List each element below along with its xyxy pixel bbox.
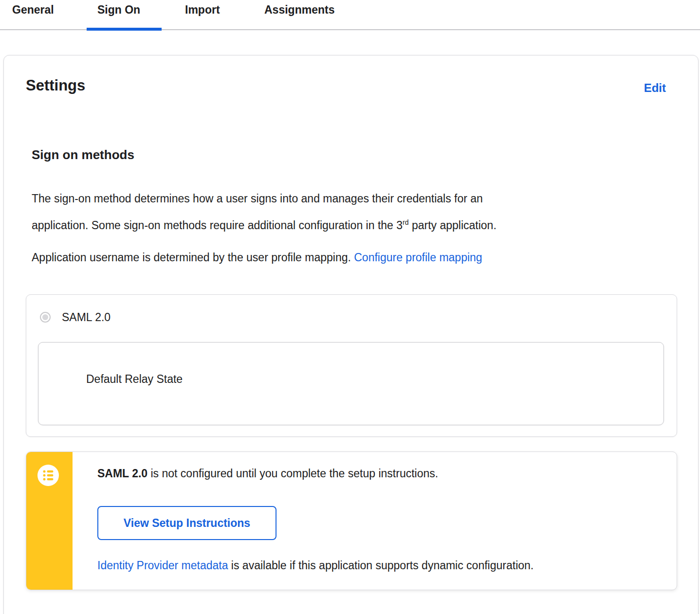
callout-method-name: SAML 2.0 (97, 467, 147, 480)
default-relay-state-field: Default Relay State (38, 342, 664, 425)
callout-warning-bar (26, 452, 73, 590)
default-relay-state-label: Default Relay State (86, 373, 183, 386)
saml-not-configured-callout: SAML 2.0 is not configured until you com… (26, 451, 677, 590)
saml-method-box: SAML 2.0 Default Relay State (26, 294, 677, 437)
edit-link[interactable]: Edit (644, 81, 666, 95)
saml-radio-dot (42, 314, 48, 320)
metadata-note: Identity Provider metadata is available … (97, 559, 534, 572)
sign-on-methods-heading: Sign on methods (32, 147, 134, 163)
metadata-note-text: is available if this application support… (228, 559, 534, 572)
settings-card: Settings Edit Sign on methods The sign-o… (3, 55, 699, 614)
description-line-2: application. Some sign-on methods requir… (32, 211, 497, 237)
username-mapping-text: Application username is determined by th… (32, 251, 354, 264)
configure-profile-mapping-link[interactable]: Configure profile mapping (354, 251, 482, 264)
description-line-2-tail: party application. (409, 219, 497, 232)
description-line-2-text: application. Some sign-on methods requir… (32, 219, 403, 232)
sign-on-methods-description: The sign-on method determines how a user… (32, 187, 497, 237)
ordinal-superscript: rd (403, 218, 408, 226)
saml-radio-label: SAML 2.0 (62, 311, 111, 324)
settings-title: Settings (26, 77, 85, 94)
callout-message: SAML 2.0 is not configured until you com… (97, 467, 438, 480)
tab-bar: General Sign On Import Assignments (0, 0, 700, 31)
username-mapping-note: Application username is determined by th… (32, 251, 482, 264)
saml-radio-button[interactable] (40, 312, 51, 323)
app-sign-on-page: General Sign On Import Assignments Setti… (0, 0, 700, 614)
callout-message-text: is not configured until you complete the… (147, 467, 438, 480)
tab-sign-on[interactable]: Sign On (97, 3, 140, 17)
list-bullet-icon (37, 465, 59, 486)
active-tab-indicator (87, 28, 162, 31)
tab-general[interactable]: General (12, 3, 54, 17)
identity-provider-metadata-link[interactable]: Identity Provider metadata (97, 559, 228, 572)
view-setup-instructions-button[interactable]: View Setup Instructions (97, 506, 276, 540)
tab-import[interactable]: Import (185, 3, 220, 17)
description-line-1: The sign-on method determines how a user… (32, 187, 497, 211)
tab-assignments[interactable]: Assignments (264, 3, 334, 17)
